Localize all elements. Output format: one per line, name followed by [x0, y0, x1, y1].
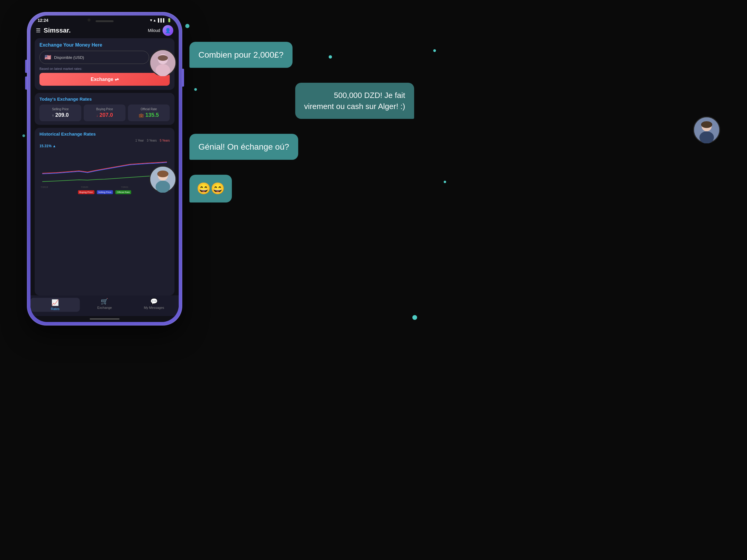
chat-bubble-4: 😄😄 [189, 175, 232, 203]
triangle-up-icon: ▲ [53, 144, 56, 148]
chat-bubble-3: Génial! On échange oú? [189, 134, 298, 160]
messages-label: My Messages [144, 306, 164, 310]
phone-speaker [96, 20, 113, 22]
x-label-2021: 7/2021 [121, 186, 128, 188]
x-label-2020: 7/2020 [81, 186, 88, 188]
selling-label: Selling Price [42, 108, 79, 111]
svg-point-3 [158, 55, 168, 61]
chat-bubble-1: Combien pour 2,000£? [189, 42, 292, 68]
floating-avatar-3 [149, 166, 176, 193]
chat-bubble-2: 500,000 DZD! Je faitvirement ou cash sur… [295, 83, 414, 119]
phone-camera [87, 19, 91, 22]
bottom-nav: 📈 Rates 🛒 Exchange 💬 My Messages [30, 295, 179, 316]
official-rate-line [42, 175, 167, 182]
legend-buying: Buying Price [78, 190, 95, 194]
selling-price-box: Selling Price ↑ 209.0 [40, 105, 81, 121]
header-username: Miloud [148, 28, 160, 33]
svg-point-11 [157, 170, 168, 177]
battery-icon: 🔋 [167, 18, 172, 22]
svg-point-2 [156, 64, 170, 76]
svg-point-10 [156, 181, 170, 193]
legend-selling: Selling Price [97, 190, 113, 194]
floating-avatar-2 [693, 116, 720, 143]
svg-point-7 [701, 121, 712, 128]
chat-row-3: Génial! On échange oú? [185, 134, 418, 160]
status-icons: ▼▲ ▌▌▌ 🔋 [149, 18, 172, 22]
wifi-icon: ▼▲ [149, 18, 157, 22]
official-label: Official Rate [130, 108, 167, 111]
messages-icon: 💬 [150, 298, 158, 305]
buying-value: ↓ 207.0 [86, 112, 123, 118]
chart-filters: 1 Year 3 Years 5 Years [40, 139, 170, 142]
header-right: Miloud 👤 [148, 25, 173, 36]
decorative-dot [22, 134, 25, 137]
app-title: Simssar. [44, 27, 71, 34]
status-time: 12:24 [37, 18, 48, 23]
rates-card: Today's Exchange Rates Selling Price ↑ 2… [35, 93, 175, 125]
official-value: 💼 135.5 [130, 112, 167, 118]
currency-text: Disponible (USD) [54, 55, 84, 60]
decorative-dot [433, 49, 436, 52]
rates-label: Rates [51, 307, 59, 311]
app-header: ☰ Simssar. Miloud 👤 [30, 23, 179, 38]
filter-1year[interactable]: 1 Year [135, 139, 144, 142]
home-indicator [30, 316, 179, 322]
nav-rates[interactable]: 📈 Rates [30, 298, 80, 312]
header-left: ☰ Simssar. [36, 27, 71, 34]
svg-point-6 [699, 131, 714, 143]
x-label-2019: 7/2019 [41, 186, 48, 188]
chat-row-1: Combien pour 2,000£? [185, 42, 418, 68]
up-arrow-icon: ↑ [52, 113, 54, 118]
chart-card: Historical Exchange Rates 1 Year 3 Years… [35, 128, 175, 295]
signal-icon: ▌▌▌ [158, 18, 165, 22]
decorative-dot [444, 181, 446, 183]
chat-row-4: 😄😄 [185, 175, 418, 203]
hamburger-menu-button[interactable]: ☰ [36, 27, 41, 34]
nav-messages[interactable]: 💬 My Messages [129, 298, 179, 312]
briefcase-icon: 💼 [139, 113, 144, 118]
down-arrow-icon: ↓ [96, 113, 98, 118]
rates-grid: Selling Price ↑ 209.0 Buying Price ↓ 207… [40, 105, 170, 121]
buying-label: Buying Price [86, 108, 123, 111]
exchange-label: Exchange [97, 306, 112, 310]
decorative-dot [412, 315, 417, 320]
chat-area: Combien pour 2,000£? 500,000 DZD! Je fai… [167, 42, 418, 203]
chart-percentage: 15.31% ▲ [40, 144, 170, 148]
selling-value: ↑ 209.0 [42, 112, 79, 118]
home-bar [89, 318, 120, 320]
chart-title: Historical Exchange Rates [40, 131, 170, 136]
volume-down-button [25, 77, 27, 89]
decorative-dot [185, 24, 189, 28]
us-flag: 🇺🇸 [44, 53, 52, 61]
avatar[interactable]: 👤 [162, 25, 173, 36]
exchange-icon: 🛒 [101, 298, 108, 305]
legend-official: Official Rate [115, 190, 131, 194]
rates-icon: 📈 [51, 299, 59, 306]
status-bar: 12:24 ▼▲ ▌▌▌ 🔋 [30, 16, 179, 23]
buying-price-box: Buying Price ↓ 207.0 [84, 105, 126, 121]
currency-input[interactable]: 🇺🇸 Disponible (USD) [40, 51, 149, 64]
volume-up-button [25, 60, 27, 73]
official-rate-box: Official Rate 💼 135.5 [128, 105, 170, 121]
exchange-card-title: Exchange Your Money Here [40, 43, 170, 48]
filter-3years[interactable]: 3 Years [147, 139, 157, 142]
nav-exchange[interactable]: 🛒 Exchange [80, 298, 129, 312]
rates-title: Today's Exchange Rates [40, 97, 170, 102]
floating-avatar-1 [149, 49, 176, 76]
chat-row-2: 500,000 DZD! Je faitvirement ou cash sur… [167, 83, 418, 119]
